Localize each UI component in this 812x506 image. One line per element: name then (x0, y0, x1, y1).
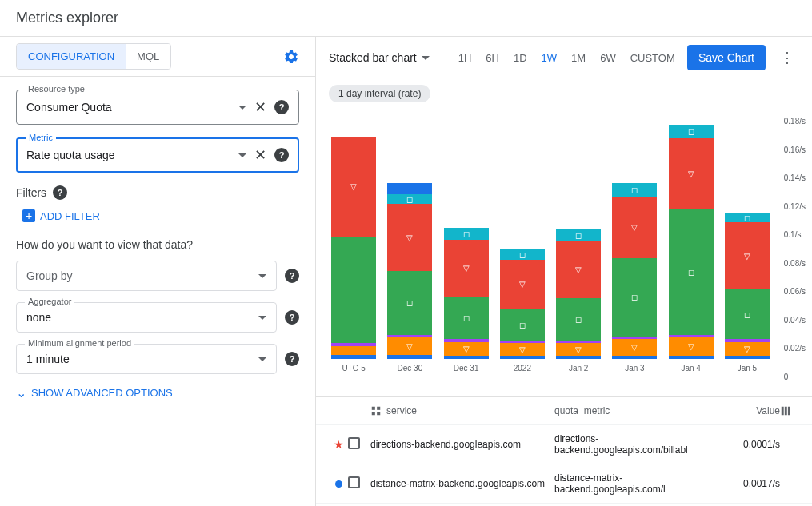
x-tick: Dec 31 (454, 364, 479, 373)
page-title: Metrics explorer (0, 0, 812, 37)
segment-marker-icon: ▽ (744, 252, 750, 261)
bar-segment: ◻ (387, 271, 432, 335)
bar-segment: ◻ (444, 228, 489, 239)
legend-service: distance-matrix-backend.googleapis.com (370, 478, 554, 489)
segment-marker-icon: ◻ (519, 321, 526, 329)
bar-stack[interactable]: ▽◻▽◻ (725, 213, 770, 359)
bar-segment (669, 356, 714, 359)
bar-segment: ◻ (612, 258, 657, 337)
svg-rect-0 (372, 407, 375, 410)
bar-segment: ◻ (725, 213, 770, 222)
bar-segment: ◻ (556, 229, 601, 241)
segment-marker-icon: ▽ (406, 233, 413, 242)
help-icon[interactable]: ? (53, 185, 67, 200)
metric-value: Rate quota usage (26, 149, 238, 161)
bar-segment: ◻ (669, 209, 714, 334)
segment-marker-icon: ▽ (688, 342, 694, 351)
legend-service: directions-backend.googleapis.com (370, 439, 554, 450)
help-icon[interactable]: ? (285, 269, 299, 283)
bars-row: ▽UTC-5▽◻▽◻Dec 30▽◻▽◻Dec 31▽◻▽◻2022▽◻▽◻Ja… (329, 117, 772, 373)
show-advanced-options[interactable]: ⌄ SHOW ADVANCED OPTIONS (16, 385, 299, 400)
segment-marker-icon: ◻ (575, 231, 582, 240)
segment-marker-icon: ▽ (688, 169, 694, 178)
bar-stack[interactable]: ▽◻▽◻ (669, 125, 714, 359)
min-align-field[interactable]: Minimum alignment period 1 minute (16, 344, 277, 374)
time-tab-1w[interactable]: 1W (542, 52, 558, 64)
chevron-down-icon: ⌄ (16, 385, 26, 400)
bar-segment (444, 356, 489, 359)
main-layout: CONFIGURATION MQL Resource type Consumer… (0, 37, 812, 506)
time-tab-1h[interactable]: 1H (458, 52, 472, 64)
legend-row[interactable]: distance-matrix-backend.googleapis.comdi… (316, 464, 812, 504)
bar-segment: ▽ (725, 342, 770, 357)
time-tab-6w[interactable]: 6W (600, 52, 616, 64)
checkbox[interactable] (348, 476, 360, 488)
bar-stack[interactable]: ▽◻▽◻ (556, 229, 601, 359)
metric-label: Metric (26, 133, 56, 142)
gear-icon[interactable] (283, 49, 299, 65)
segment-marker-icon: ◻ (406, 195, 413, 204)
bar-segment (725, 356, 770, 359)
add-filter-button[interactable]: + ADD FILTER (22, 209, 299, 222)
more-menu-icon[interactable]: ⋮ (775, 49, 799, 66)
metric-field[interactable]: Metric Rate quota usage ✕ ? (16, 137, 299, 173)
chevron-down-icon[interactable] (258, 274, 266, 278)
tab-configuration[interactable]: CONFIGURATION (17, 44, 126, 69)
time-tab-6h[interactable]: 6H (486, 52, 499, 64)
aggregator-field[interactable]: Aggregator none (16, 302, 277, 333)
bar-segment (331, 343, 376, 346)
segment-marker-icon: ◻ (406, 298, 413, 307)
help-icon[interactable]: ? (285, 352, 299, 366)
legend-row[interactable]: ★directions-backend.googleapis.comdirect… (316, 425, 812, 464)
group-by-field[interactable]: Group by (16, 261, 277, 291)
chevron-down-icon[interactable] (238, 153, 246, 157)
grid-icon (370, 405, 382, 416)
x-tick: Dec 30 (398, 364, 423, 373)
x-tick: 2022 (514, 364, 531, 373)
bar-stack[interactable]: ▽◻▽◻ (387, 183, 432, 359)
segment-marker-icon: ◻ (631, 293, 638, 301)
chart-type-select[interactable]: Stacked bar chart (329, 51, 430, 64)
segment-marker-icon: ▽ (350, 182, 357, 191)
bar-column: ▽◻▽◻Dec 31 (442, 228, 491, 373)
save-chart-button[interactable]: Save Chart (687, 45, 766, 70)
time-tab-custom[interactable]: CUSTOM (630, 52, 675, 64)
min-align-value: 1 minute (26, 353, 258, 365)
bar-segment: ◻ (444, 297, 489, 339)
chevron-down-icon[interactable] (258, 357, 266, 361)
segment-marker-icon: ▽ (631, 223, 638, 232)
help-icon[interactable]: ? (274, 100, 289, 114)
segment-marker-icon: ◻ (631, 185, 638, 194)
chevron-down-icon[interactable] (258, 316, 266, 320)
checkbox[interactable] (348, 437, 360, 449)
bar-stack[interactable]: ▽◻▽◻ (444, 228, 489, 359)
segment-marker-icon: ◻ (744, 213, 750, 222)
legend-header: service quota_metric Value (316, 397, 812, 425)
chevron-down-icon[interactable] (238, 106, 246, 110)
bar-stack[interactable]: ▽ (331, 137, 376, 359)
chart-toolbar: Stacked bar chart 1H6H1D1W1M6WCUSTOM Sav… (316, 37, 812, 78)
bar-segment (556, 356, 601, 359)
bar-segment: ◻ (556, 298, 601, 341)
bar-stack[interactable]: ▽◻▽◻ (500, 249, 545, 359)
clear-icon[interactable]: ✕ (254, 146, 266, 164)
legend-table: service quota_metric Value ★directions-b… (316, 396, 812, 506)
segment-marker-icon: ▽ (744, 345, 750, 353)
resource-type-field[interactable]: Resource type Consumer Quota ✕ ? (16, 90, 299, 125)
segment-marker-icon: ▽ (519, 280, 526, 289)
svg-rect-6 (788, 407, 790, 416)
bar-column: ▽◻▽◻Dec 30 (385, 183, 434, 373)
columns-icon[interactable] (780, 405, 799, 416)
time-tab-1m[interactable]: 1M (571, 52, 586, 64)
circle-marker-icon (329, 480, 348, 488)
min-align-label: Minimum alignment period (25, 338, 134, 348)
clear-icon[interactable]: ✕ (254, 98, 266, 116)
help-icon[interactable]: ? (285, 310, 299, 325)
bar-segment (612, 356, 657, 359)
time-tab-1d[interactable]: 1D (514, 52, 527, 64)
bar-segment: ▽ (444, 240, 489, 297)
aggregator-label: Aggregator (25, 297, 74, 306)
tab-mql[interactable]: MQL (126, 44, 170, 69)
bar-stack[interactable]: ▽◻▽◻ (612, 183, 657, 359)
help-icon[interactable]: ? (274, 148, 289, 162)
